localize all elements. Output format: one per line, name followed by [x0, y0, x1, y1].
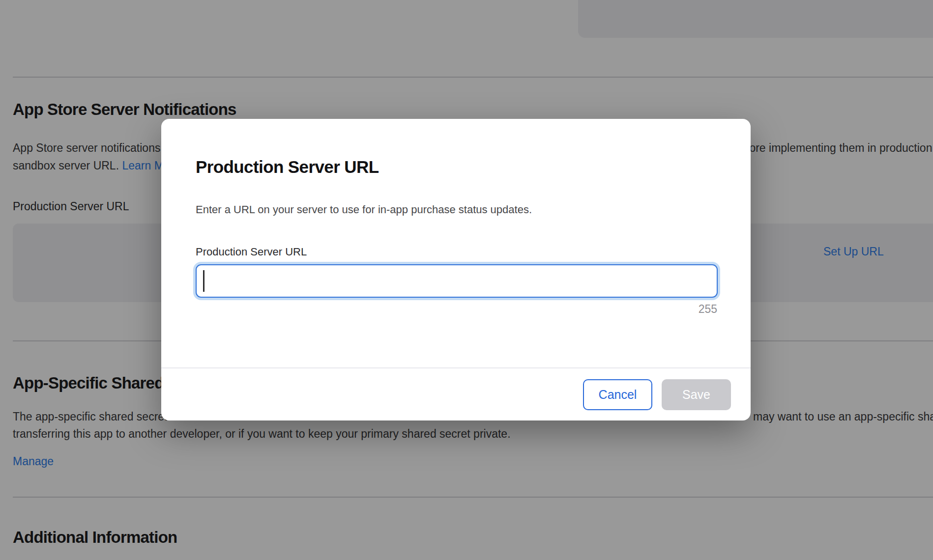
production-server-url-input[interactable] — [196, 264, 718, 298]
text-cursor-caret — [203, 270, 204, 292]
save-button[interactable]: Save — [662, 379, 731, 410]
character-counter: 255 — [699, 303, 717, 316]
app-store-connect-screen: App Store Server Notifications App Store… — [0, 0, 933, 560]
cancel-button[interactable]: Cancel — [583, 379, 652, 410]
dialog-description: Enter a URL on your server to use for in… — [196, 203, 532, 216]
dialog-footer: Cancel Save — [161, 367, 751, 420]
dialog-input-label: Production Server URL — [196, 246, 307, 258]
dialog-title: Production Server URL — [196, 157, 379, 177]
production-server-url-dialog: Production Server URL Enter a URL on you… — [161, 119, 751, 420]
